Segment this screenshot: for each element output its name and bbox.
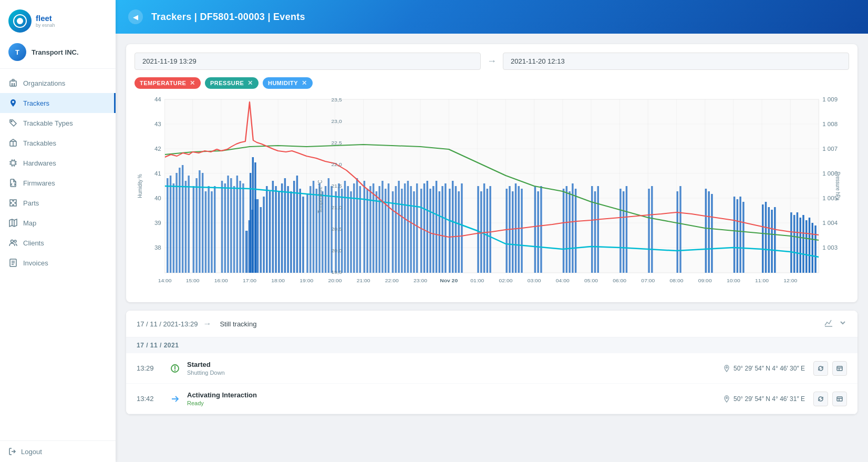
svg-rect-256 [837, 397, 842, 401]
tracking-header-row[interactable]: 17 / 11 / 2021-13:29 → Still tracking [126, 311, 857, 337]
date-from-input[interactable] [135, 53, 481, 70]
events-chevron [839, 319, 847, 329]
svg-rect-174 [648, 189, 649, 273]
event-action-map-2[interactable] [832, 392, 847, 406]
sidebar-item-map[interactable]: Map [0, 213, 116, 233]
svg-rect-123 [381, 181, 383, 273]
cpu-icon [8, 158, 18, 168]
svg-rect-125 [388, 183, 389, 273]
svg-text:10:00: 10:00 [727, 278, 741, 283]
svg-text:08:00: 08:00 [670, 278, 684, 283]
svg-text:Humidity %: Humidity % [137, 174, 143, 198]
svg-text:22,0: 22,0 [332, 162, 343, 167]
location-icon-1 [723, 365, 730, 372]
sidebar-item-trackers[interactable]: Trackers [0, 93, 116, 113]
svg-rect-172 [623, 191, 624, 273]
event-name-2: Activating Interaction [187, 391, 723, 399]
sidebar: fleet by esnah T Transport INC. Organiza… [0, 0, 116, 462]
sidebar-item-map-label: Map [23, 219, 36, 227]
event-sub-1: Shutting Down [187, 369, 723, 376]
svg-rect-177 [679, 186, 681, 273]
svg-rect-195 [805, 220, 807, 273]
users-icon [8, 238, 18, 248]
sidebar-item-trackable-types[interactable]: Trackable Types [0, 113, 116, 133]
sidebar-item-firmwares[interactable]: Firmwares [0, 173, 116, 193]
svg-text:12:00: 12:00 [783, 278, 798, 283]
sidebar-item-trackables[interactable]: Trackables [0, 133, 116, 153]
svg-text:40: 40 [154, 196, 161, 201]
svg-rect-93 [287, 186, 288, 273]
filter-temperature[interactable]: TEMPERATURE ✕ [135, 77, 201, 89]
svg-rect-167 [575, 189, 576, 273]
svg-text:1 009: 1 009 [822, 97, 838, 102]
chart-svg: 44 43 42 41 40 39 38 1 009 1 008 1 007 1… [135, 94, 849, 294]
sidebar-item-hardwares[interactable]: Hardwares [0, 153, 116, 173]
svg-text:43: 43 [154, 121, 161, 127]
event-action-map-1[interactable] [832, 361, 847, 376]
svg-rect-181 [733, 197, 735, 273]
filter-humidity[interactable]: HUMIDITY ✕ [263, 77, 313, 89]
events-section: 17 / 11 / 2021-13:29 → Still tracking 17… [126, 311, 857, 414]
event-action-sync-2[interactable] [813, 392, 828, 406]
svg-rect-65 [208, 186, 209, 273]
svg-rect-161 [537, 191, 539, 273]
svg-rect-188 [771, 210, 772, 273]
svg-rect-89 [275, 186, 276, 273]
svg-text:1 003: 1 003 [822, 245, 838, 251]
logout-button[interactable]: Logout [0, 440, 116, 462]
svg-rect-129 [401, 189, 402, 273]
sidebar-item-organizations[interactable]: Organizations [0, 73, 116, 93]
logo-brand: fleet [36, 14, 55, 23]
sidebar-item-clients[interactable]: Clients [0, 233, 116, 253]
svg-text:23,5: 23,5 [332, 97, 342, 102]
event-action-sync-1[interactable] [813, 361, 828, 376]
pressure-label: PRESSURE [210, 80, 244, 86]
svg-rect-55 [175, 173, 177, 273]
svg-text:18:00: 18:00 [271, 278, 285, 283]
svg-rect-119 [369, 186, 371, 273]
svg-text:44: 44 [154, 97, 161, 102]
svg-text:41: 41 [154, 171, 161, 177]
event-time-2: 13:42 [137, 395, 163, 403]
svg-rect-147 [458, 191, 459, 273]
svg-text:38: 38 [154, 245, 161, 251]
collapse-sidebar-button[interactable]: ◀ [128, 9, 143, 24]
svg-text:04:00: 04:00 [556, 278, 570, 283]
pressure-remove[interactable]: ✕ [247, 79, 253, 87]
svg-text:20,0: 20,0 [332, 248, 343, 253]
svg-text:14:00: 14:00 [158, 278, 172, 283]
svg-rect-90 [278, 191, 280, 273]
filter-pressure[interactable]: PRESSURE ✕ [205, 77, 259, 89]
svg-text:09:00: 09:00 [698, 278, 712, 283]
svg-rect-148 [461, 183, 462, 273]
svg-text:21,5: 21,5 [332, 183, 342, 189]
sidebar-item-parts-label: Parts [23, 199, 39, 207]
main-area: ◀ Trackers | DF5801-00003 | Events → TEM… [116, 0, 868, 462]
svg-rect-141 [439, 191, 440, 273]
temperature-remove[interactable]: ✕ [190, 79, 195, 87]
sidebar-item-parts[interactable]: Parts [0, 193, 116, 213]
svg-text:Temperature °C: Temperature °C [317, 180, 324, 213]
svg-text:23:00: 23:00 [414, 278, 428, 283]
svg-rect-186 [765, 202, 767, 273]
svg-rect-146 [455, 186, 457, 273]
event-coords-2: 50° 29′ 54″ N 4° 46′ 31″ E [723, 395, 805, 403]
svg-rect-173 [626, 186, 627, 273]
svg-rect-69 [224, 183, 226, 273]
date-to-input[interactable] [503, 53, 849, 70]
svg-rect-52 [167, 178, 168, 273]
puzzle-icon [8, 198, 18, 208]
main-nav: Organizations Trackers Trackable Types T… [0, 69, 116, 440]
box-icon [8, 138, 18, 148]
svg-rect-149 [477, 186, 479, 273]
content-area: → TEMPERATURE ✕ PRESSURE ✕ HUMIDITY ✕ [116, 34, 868, 462]
chart-icon [824, 318, 833, 330]
date-group-label: 17 / 11 / 2021 [137, 342, 179, 349]
humidity-remove[interactable]: ✕ [302, 79, 307, 87]
sidebar-item-invoices[interactable]: Invoices [0, 253, 116, 273]
svg-text:20,5: 20,5 [332, 227, 342, 232]
event-name-1: Started [187, 361, 723, 368]
svg-rect-106 [328, 178, 329, 273]
svg-rect-137 [427, 181, 428, 273]
svg-rect-97 [299, 189, 301, 273]
